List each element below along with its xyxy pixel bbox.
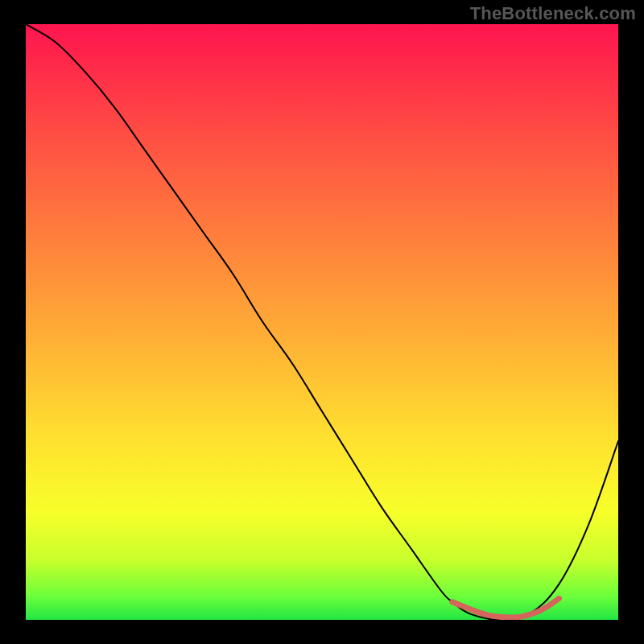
plot-area (26, 24, 618, 620)
watermark-text: TheBottleneck.com (470, 3, 636, 24)
chart-frame: TheBottleneck.com (0, 0, 644, 644)
series-bottleneck-curve (26, 24, 618, 620)
curve-overlay (26, 24, 618, 620)
series-bottleneck-marker (452, 598, 559, 617)
